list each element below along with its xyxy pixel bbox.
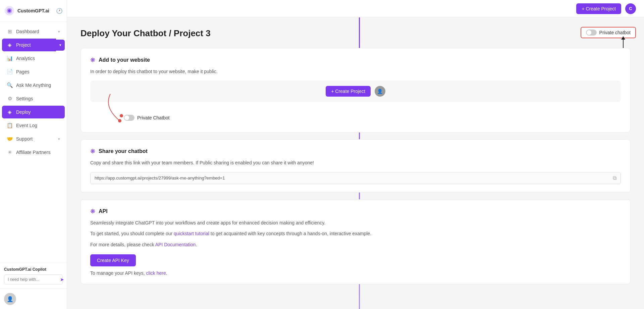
section-description: Copy and share this link with your team … <box>90 159 621 166</box>
project-label: Project <box>16 42 51 48</box>
search-icon: 🔍 <box>7 82 13 88</box>
quickstart-tutorial-link[interactable]: quickstart tutorial <box>174 231 209 236</box>
private-chatbot-label: Private chatbot <box>599 30 631 35</box>
website-preview: + Create Project 👤 <box>90 81 621 102</box>
pages-icon: 📄 <box>7 69 13 75</box>
section-title: API <box>99 208 108 214</box>
preview-private-toggle: Private Chatbot <box>124 115 621 121</box>
chevron-down-icon: ▾ <box>58 30 60 34</box>
api-section: ❋ API Seamlessly integrate ChatGPT into … <box>80 199 631 284</box>
create-project-button[interactable]: + Create Project <box>576 3 621 14</box>
sidebar-avatar-section[interactable]: 👤 <box>0 289 67 309</box>
main-content: + Create Project C Deploy Your Chatbot /… <box>67 0 644 309</box>
analytics-icon: 📊 <box>7 55 13 61</box>
page-body: Deploy Your Chatbot / Project 3 Private … <box>67 17 644 309</box>
private-chatbot-toggle[interactable] <box>586 30 597 36</box>
sidebar-item-affiliate[interactable]: ✳ Affiliate Partners <box>2 146 65 159</box>
section-header: ❋ API <box>90 208 621 215</box>
sidebar-item-label: Support <box>16 136 55 142</box>
settings-icon: ⚙ <box>7 96 13 102</box>
share-chatbot-section: ❋ Share your chatbot Copy and share this… <box>80 139 631 192</box>
sidebar-item-ask-me-anything[interactable]: 🔍 Ask Me Anything <box>2 79 65 92</box>
copy-icon[interactable]: ⧉ <box>613 175 616 181</box>
project-main-btn[interactable]: ◈ Project <box>2 39 56 51</box>
sidebar-item-deploy[interactable]: ◈ Deploy <box>2 106 65 118</box>
sidebar-item-pages[interactable]: 📄 Pages <box>2 65 65 78</box>
sidebar-item-label: Deploy <box>16 109 60 115</box>
event-log-icon: 📋 <box>7 122 13 128</box>
api-documentation-link[interactable]: API Documentation <box>155 242 196 247</box>
user-avatar[interactable]: 👤 <box>4 293 16 305</box>
page-title: Deploy Your Chatbot / Project 3 <box>80 28 631 39</box>
preview-toggle-area: Private Chatbot <box>90 107 621 124</box>
click-here-link[interactable]: click here <box>146 270 166 276</box>
annotation-dot <box>120 114 123 117</box>
chevron-down-icon: ▾ <box>58 137 60 141</box>
sidebar-item-analytics[interactable]: 📊 Analytics <box>2 52 65 65</box>
copilot-input-wrap[interactable]: ➤ <box>4 274 63 285</box>
header: + Create Project C <box>67 0 644 17</box>
copilot-send-icon[interactable]: ➤ <box>60 277 64 282</box>
sidebar-item-label: Dashboard <box>16 29 55 34</box>
preview-user-avatar: 👤 <box>375 86 385 97</box>
project-icon: ◈ <box>7 42 13 48</box>
logo-text: CustomGPT.ai <box>17 8 49 13</box>
sidebar-nav: ⊞ Dashboard ▾ ◈ Project ▾ 📊 Analytics 📄 … <box>0 22 67 263</box>
svg-point-3 <box>118 119 121 122</box>
copilot-input[interactable] <box>8 277 58 282</box>
sidebar-item-label: Event Log <box>16 123 60 128</box>
sparkle-icon: ❋ <box>90 56 95 64</box>
copilot-title: CustomGPT.ai Copilot <box>4 267 63 272</box>
preview-create-project-button[interactable]: + Create Project <box>326 86 371 97</box>
section-title: Share your chatbot <box>99 148 148 154</box>
user-avatar-button[interactable]: C <box>625 3 636 14</box>
svg-point-2 <box>8 9 11 12</box>
sidebar-item-settings[interactable]: ⚙ Settings <box>2 92 65 105</box>
share-link-field[interactable]: ⧉ <box>90 172 621 184</box>
add-to-website-section: ❋ Add to your website In order to deploy… <box>80 48 631 133</box>
sidebar: CustomGPT.ai 🕐 ⊞ Dashboard ▾ ◈ Project ▾… <box>0 0 67 309</box>
share-link-input[interactable] <box>95 175 610 181</box>
sidebar-item-label: Ask Me Anything <box>16 83 60 88</box>
section-title: Add to your website <box>99 57 150 63</box>
sidebar-item-label: Analytics <box>16 56 60 61</box>
sparkle-icon: ❋ <box>90 208 95 215</box>
api-manage-text: To manage your API keys, click here. <box>90 270 621 276</box>
preview-toggle-switch[interactable] <box>124 115 135 121</box>
section-header: ❋ Share your chatbot <box>90 148 621 155</box>
logo-icon <box>4 5 15 16</box>
support-icon: 🤝 <box>7 136 13 142</box>
sidebar-item-support[interactable]: 🤝 Support ▾ <box>2 133 65 145</box>
sidebar-item-project[interactable]: ◈ Project ▾ <box>2 39 65 51</box>
copilot-section: CustomGPT.ai Copilot ➤ <box>0 263 67 289</box>
api-desc-2: To get started, you should complete our … <box>90 230 621 237</box>
api-desc-3: For more details, please check API Docum… <box>90 241 621 248</box>
private-chatbot-badge: Private chatbot <box>581 27 636 38</box>
sidebar-item-label: Settings <box>16 96 60 101</box>
clock-icon[interactable]: 🕐 <box>56 8 63 14</box>
dashboard-icon: ⊞ <box>7 29 13 35</box>
section-header: ❋ Add to your website <box>90 56 621 64</box>
deploy-icon: ◈ <box>7 109 13 115</box>
create-api-key-button[interactable]: Create API Key <box>90 254 136 266</box>
sidebar-item-event-log[interactable]: 📋 Event Log <box>2 119 65 132</box>
project-chevron-btn[interactable]: ▾ <box>56 40 65 51</box>
affiliate-icon: ✳ <box>7 149 13 155</box>
sidebar-item-label: Affiliate Partners <box>16 150 60 155</box>
preview-private-label: Private Chatbot <box>137 115 170 120</box>
sidebar-item-label: Pages <box>16 69 60 74</box>
sparkle-icon: ❋ <box>90 148 95 155</box>
sidebar-logo: CustomGPT.ai 🕐 <box>0 0 67 22</box>
api-desc-1: Seamlessly integrate ChatGPT into your w… <box>90 219 621 226</box>
section-description: In order to deploy this chatbot to your … <box>90 68 621 75</box>
sidebar-item-dashboard[interactable]: ⊞ Dashboard ▾ <box>2 25 65 38</box>
